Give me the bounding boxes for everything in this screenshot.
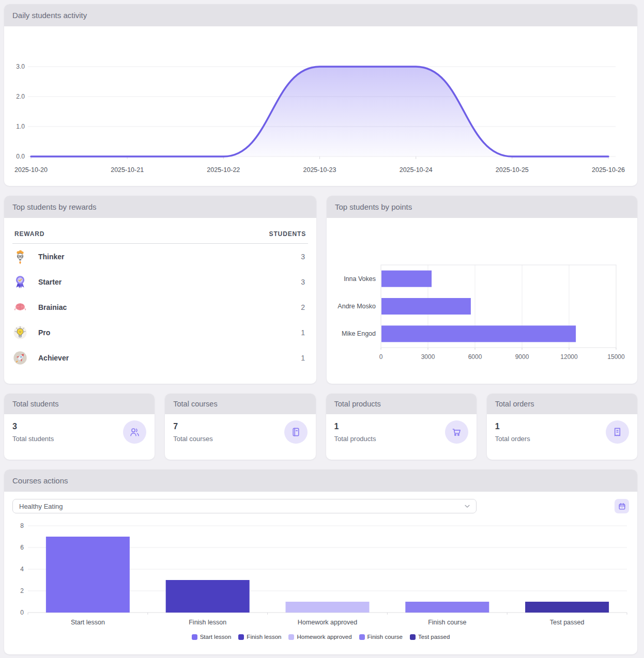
- cart-icon: [445, 420, 468, 444]
- table-row: Pro 1: [12, 320, 308, 345]
- rewards-table: REWARD STUDENTS Thinker 3 Starter 3: [4, 218, 316, 370]
- total-products-card: Total products 1 Total products: [326, 394, 477, 460]
- x-tick-label: 2025-10-26: [592, 166, 625, 174]
- stat-title: Total students: [12, 400, 58, 408]
- y-tick-label: 2.0: [16, 93, 25, 100]
- total-courses-card: Total courses 7 Total courses: [165, 394, 315, 460]
- dashboard-page: Daily students activity 0.01.02.03.02025…: [0, 0, 644, 658]
- legend-label: Test passed: [418, 634, 450, 640]
- legend-item: Homework approved: [288, 634, 351, 640]
- x-tick-label: 9000: [515, 353, 529, 361]
- table-row: Achiever 1: [12, 345, 308, 370]
- stat-card-header: Total students: [4, 394, 155, 414]
- stats-row: Total students 3 Total students Total co…: [4, 394, 637, 460]
- stat-body: 7 Total courses: [165, 414, 315, 451]
- x-tick-label: 2025-10-22: [207, 166, 240, 174]
- stat-card-header: Total products: [326, 394, 477, 414]
- daily-activity-header: Daily students activity: [4, 4, 637, 26]
- stat-title: Total products: [334, 400, 381, 408]
- panel-title: Top students by points: [335, 202, 412, 211]
- book-icon: [284, 420, 308, 444]
- courses-actions-panel: Courses actions Healthy Eating 02468Star…: [4, 469, 637, 654]
- stat-value: 3: [12, 422, 54, 431]
- y-tick-label: 6: [20, 544, 24, 551]
- x-tick-label: 2025-10-21: [111, 166, 144, 174]
- x-tick-label: 2025-10-20: [14, 166, 48, 174]
- legend-label: Start lesson: [200, 634, 232, 640]
- bar: [286, 602, 370, 613]
- points-chart-area: 03000600090001200015000Inna VokesAndre M…: [327, 218, 637, 383]
- x-tick-label: 2025-10-24: [400, 166, 433, 174]
- bar: [381, 325, 576, 342]
- reward-label: Brainiac: [38, 303, 301, 311]
- table-row: Starter 3: [12, 269, 308, 294]
- column-header-reward: REWARD: [14, 230, 44, 238]
- legend-item: Start lesson: [192, 634, 232, 640]
- y-tick-label: 3.0: [16, 63, 25, 70]
- bar: [46, 537, 130, 613]
- chart-legend: Start lessonFinish lessonHomework approv…: [12, 634, 629, 640]
- bar: [166, 580, 250, 613]
- students-count: 1: [301, 328, 308, 337]
- y-tick-label: 4: [20, 566, 24, 573]
- x-category-label: Test passed: [550, 619, 585, 626]
- pro-icon: [12, 325, 28, 340]
- students-count: 2: [301, 303, 308, 311]
- rewards-panel: Top students by rewards REWARD STUDENTS …: [4, 196, 316, 384]
- legend-label: Homework approved: [297, 634, 351, 640]
- stat-text: 3 Total students: [12, 422, 54, 443]
- x-tick-label: 2025-10-23: [303, 166, 336, 174]
- legend-swatch: [238, 634, 244, 640]
- stat-value: 1: [334, 422, 376, 431]
- stat-subtitle: Total products: [334, 435, 376, 443]
- table-row: Brainiac 2: [12, 294, 308, 320]
- stat-body: 1 Total products: [326, 414, 477, 451]
- bar-label: Andre Mosko: [338, 303, 376, 310]
- students-count: 1: [301, 354, 308, 362]
- users-icon: [123, 420, 146, 444]
- panel-title: Top students by rewards: [12, 202, 97, 211]
- daily-activity-panel: Daily students activity 0.01.02.03.02025…: [4, 4, 637, 186]
- reward-label: Starter: [38, 278, 301, 286]
- students-count: 3: [301, 278, 308, 286]
- bar: [381, 271, 432, 287]
- bar-label: Inna Vokes: [344, 275, 376, 283]
- courses-controls: Healthy Eating: [12, 499, 629, 513]
- stat-text: 1 Total products: [334, 422, 376, 443]
- starter-icon: [12, 274, 28, 290]
- points-header: Top students by points: [327, 196, 637, 218]
- course-select[interactable]: Healthy Eating: [12, 499, 477, 513]
- chevron-down-icon: [463, 502, 471, 510]
- bar-label: Mike Engod: [342, 330, 376, 337]
- reward-label: Pro: [38, 328, 301, 337]
- y-tick-label: 2: [20, 587, 24, 594]
- stat-value: 7: [173, 422, 213, 431]
- legend-item: Finish lesson: [238, 634, 281, 640]
- achiever-icon: [12, 350, 28, 366]
- stat-subtitle: Total students: [12, 435, 54, 443]
- x-category-label: Homework approved: [298, 619, 357, 626]
- brainiac-icon: [12, 300, 28, 315]
- points-panel: Top students by points 03000600090001200…: [327, 196, 637, 384]
- legend-swatch: [192, 634, 197, 640]
- x-tick-label: 15000: [607, 353, 625, 361]
- y-tick-label: 0: [20, 609, 24, 616]
- reward-label: Thinker: [38, 253, 301, 261]
- calendar-button[interactable]: [615, 499, 629, 513]
- rewards-table-head: REWARD STUDENTS: [12, 226, 308, 244]
- legend-label: Finish lesson: [247, 634, 281, 640]
- courses-actions-body: Healthy Eating 02468Start lessonFinish l…: [4, 492, 637, 644]
- stat-title: Total courses: [173, 400, 217, 408]
- total-students-card: Total students 3 Total students: [4, 394, 155, 460]
- middle-row: Top students by rewards REWARD STUDENTS …: [4, 196, 637, 384]
- points-chart: 03000600090001200015000Inna VokesAndre M…: [327, 218, 637, 383]
- table-row: Thinker 3: [12, 244, 308, 269]
- stat-subtitle: Total orders: [495, 435, 530, 443]
- course-select-value: Healthy Eating: [19, 503, 63, 510]
- panel-title: Daily students activity: [12, 11, 87, 20]
- daily-activity-chart: 0.01.02.03.02025-10-202025-10-212025-10-…: [4, 26, 637, 185]
- x-tick-label: 12000: [560, 353, 578, 361]
- bar: [405, 602, 489, 613]
- legend-swatch: [288, 634, 294, 640]
- x-category-label: Finish course: [428, 619, 466, 626]
